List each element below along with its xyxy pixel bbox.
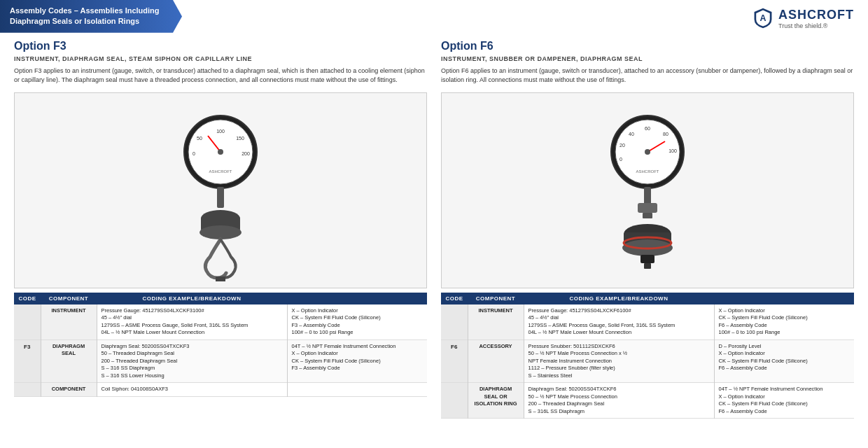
right-option-subtitle: INSTRUMENT, SNUBBER OR DAMPENER, DIAPHRA…: [441, 55, 854, 62]
table-row: INSTRUMENT Pressure Gauge: 451279SS04LXC…: [441, 304, 854, 340]
svg-point-9: [218, 149, 223, 155]
right-th-example: [714, 293, 854, 304]
svg-rect-35: [644, 263, 651, 269]
coding-cell: Pressure Gauge: 451279SS04LXCKF6100# 45 …: [524, 304, 714, 340]
right-gauge-box: 60 80 100 40 20 0 ASHCROFT: [441, 92, 854, 288]
svg-text:150: 150: [236, 136, 244, 141]
svg-text:100: 100: [216, 129, 225, 134]
logo-text: ASHCROFT: [778, 8, 854, 22]
svg-rect-34: [640, 255, 654, 263]
table-row: DIAPHRAGM SEAL OR ISOLATION RING Diaphra…: [441, 383, 854, 419]
table-row: F3 DIAPHRAGM SEAL Diaphragm Seal: 50200S…: [14, 340, 427, 383]
logo-tagline: Trust the shield.®: [778, 22, 854, 29]
coding-cell: Diaphragm Seal: 50200SS04TXCKF6 50 – ½ N…: [524, 383, 714, 419]
right-panel: Option F6 INSTRUMENT, SNUBBER OR DAMPENE…: [441, 40, 854, 419]
svg-point-14: [200, 225, 241, 239]
example-cell: 04T – ½ NPT Female Instrument Connection…: [714, 383, 854, 419]
right-option-title: Option F6: [441, 40, 854, 52]
left-th-component: COMPONENT: [41, 293, 97, 304]
svg-rect-27: [644, 187, 651, 204]
component-cell: INSTRUMENT: [41, 304, 97, 340]
svg-rect-28: [638, 203, 657, 213]
svg-text:80: 80: [663, 132, 668, 136]
gauge-f6-svg: 60 80 100 40 20 0 ASHCROFT: [584, 99, 710, 281]
table-row: COMPONENT Coil Siphon: 041008S0AXF3: [14, 383, 427, 397]
left-option-desc: Option F3 applies to an instrument (gaug…: [14, 66, 427, 85]
table-row: INSTRUMENT Pressure Gauge: 451279SS04LXC…: [14, 304, 427, 340]
svg-text:40: 40: [629, 132, 634, 136]
right-option-desc: Option F6 applies to an instrument (gaug…: [441, 66, 854, 85]
code-cell: [14, 304, 41, 340]
component-cell: INSTRUMENT: [468, 304, 524, 340]
table-row: F6 ACCESSORY Pressure Snubber: 501112SDX…: [441, 340, 854, 383]
ashcroft-shield-icon: A: [752, 7, 774, 29]
left-th-example: [287, 293, 427, 304]
coding-cell: Diaphragm Seal: 50200SS04TXCKF3 50 – Thr…: [97, 340, 287, 383]
header-banner: Assembly Codes – Assemblies Including Di…: [0, 0, 182, 33]
component-cell: ACCESSORY: [468, 340, 524, 383]
component-cell: DIAPHRAGM SEAL OR ISOLATION RING: [468, 383, 524, 419]
svg-text:60: 60: [645, 126, 650, 131]
example-cell: X – Option Indicator CK – System Fill Fl…: [714, 304, 854, 340]
right-th-component: COMPONENT: [468, 293, 524, 304]
svg-text:200: 200: [241, 151, 250, 156]
header-line1: Assembly Codes – Assemblies Including: [10, 6, 161, 16]
svg-text:0: 0: [620, 157, 622, 162]
code-cell: [441, 383, 468, 419]
code-cell: [441, 304, 468, 340]
logo-area: A ASHCROFT Trust the shield.®: [752, 7, 854, 29]
coding-cell: Coil Siphon: 041008S0AXF3: [97, 383, 287, 397]
header-line2: Diaphragm Seals or Isolation Rings: [10, 16, 161, 27]
coding-cell: Pressure Snubber: 501112SDXCKF6 50 – ½ N…: [524, 340, 714, 383]
gauge-f3-svg: 100 150 200 50 0 ASHCROFT: [158, 99, 284, 281]
svg-rect-11: [217, 187, 224, 208]
left-option-title: Option F3: [14, 40, 427, 52]
component-cell: COMPONENT: [41, 383, 97, 397]
svg-text:A: A: [760, 13, 766, 23]
left-th-code: CODE: [14, 293, 41, 304]
example-cell: X – Option Indicator CK – System Fill Fl…: [287, 304, 427, 340]
svg-text:20: 20: [620, 143, 625, 148]
example-cell: D – Porosity Level X – Option Indicator …: [714, 340, 854, 383]
code-cell: F3: [14, 340, 41, 383]
component-cell: DIAPHRAGM SEAL: [41, 340, 97, 383]
example-cell: 04T – ½ NPT Female Instrument Connection…: [287, 340, 427, 383]
left-panel: Option F3 INSTRUMENT, DIAPHRAGM SEAL, ST…: [14, 40, 427, 419]
code-cell: F6: [441, 340, 468, 383]
svg-text:50: 50: [197, 136, 202, 141]
svg-text:ASHCROFT: ASHCROFT: [209, 169, 232, 174]
svg-text:100: 100: [668, 148, 677, 153]
svg-text:ASHCROFT: ASHCROFT: [636, 169, 659, 174]
code-cell: [14, 383, 41, 397]
left-th-coding: CODING EXAMPLE/BREAKDOWN: [97, 293, 287, 304]
svg-text:0: 0: [192, 151, 195, 156]
right-th-code: CODE: [441, 293, 468, 304]
left-coding-table: CODE COMPONENT CODING EXAMPLE/BREAKDOWN …: [14, 293, 427, 397]
example-cell: [287, 383, 427, 397]
right-coding-table: CODE COMPONENT CODING EXAMPLE/BREAKDOWN …: [441, 293, 854, 419]
left-gauge-box: 100 150 200 50 0 ASHCROFT: [14, 92, 427, 288]
svg-rect-29: [643, 213, 652, 218]
right-th-coding: CODING EXAMPLE/BREAKDOWN: [524, 293, 714, 304]
svg-point-25: [645, 149, 650, 155]
coding-cell: Pressure Gauge: 451279SS04LXCKF3100# 45 …: [97, 304, 287, 340]
left-option-subtitle: INSTRUMENT, DIAPHRAGM SEAL, STEAM SIPHON…: [14, 55, 427, 62]
svg-rect-15: [216, 276, 225, 281]
